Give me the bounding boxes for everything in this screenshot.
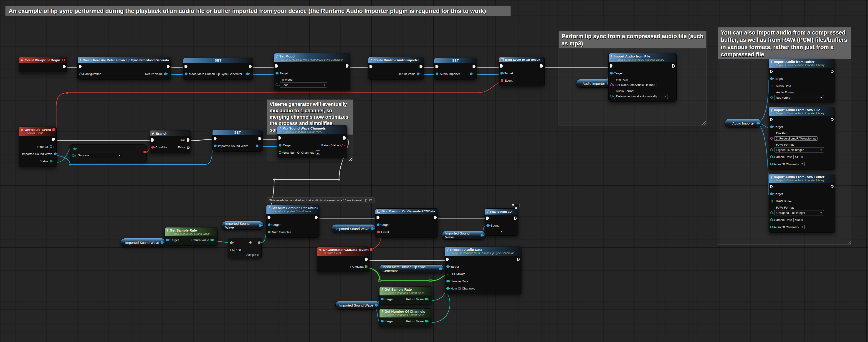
exec-in-pin[interactable] (214, 137, 217, 140)
new-num-channels-pin[interactable] (279, 151, 281, 154)
reroute-delegate[interactable] (66, 92, 68, 94)
node-import-audio-from-raw-file[interactable]: Import Audio From RAW File Target is Run… (769, 107, 835, 170)
expand-advanced-icon[interactable] (501, 229, 502, 233)
sound-pin[interactable] (487, 224, 489, 227)
variable-in-pin[interactable] (436, 72, 438, 75)
configuration-pin[interactable] (79, 72, 82, 75)
num-samples-pin[interactable] (268, 231, 271, 233)
add-pin-icon[interactable] (257, 253, 259, 257)
variable-pill-audio-importer[interactable]: Audio Importer (725, 119, 761, 128)
exec-in-pin[interactable] (610, 64, 613, 68)
delegate-pin[interactable] (52, 128, 55, 131)
num-channels-input[interactable]: 1 (800, 225, 804, 229)
target-pin[interactable] (166, 239, 169, 241)
exec-out-pin[interactable] (514, 216, 517, 220)
variable-pill-imported-sound-wave[interactable]: Imported Sound Wave (335, 301, 380, 309)
exec-out-pin[interactable] (434, 216, 437, 219)
node-mix-sound-wave-channels[interactable]: Mix Sound Wave Channels Target is Import… (277, 125, 347, 158)
node-create-realistic-lipsync[interactable]: Create Realistic Meta Human Lip Sync wit… (78, 57, 171, 79)
importer-pin[interactable] (50, 145, 52, 148)
target-pin[interactable] (770, 193, 773, 195)
condition-pin[interactable] (151, 146, 154, 149)
num-of-channels-pin[interactable] (446, 287, 449, 290)
exec-out-pin[interactable] (540, 64, 543, 68)
node-event-begin-play[interactable]: Event Blueprint Begin Play (19, 57, 67, 72)
sample-rate-input[interactable]: 44100 (794, 155, 804, 159)
target-pin[interactable] (268, 224, 271, 226)
target-pin[interactable] (377, 224, 379, 226)
dividend-pin[interactable] (230, 241, 233, 244)
variable-pill-mood-generator[interactable]: Mood Meta Human Lip Sync Generator (379, 265, 444, 273)
exec-in-pin[interactable] (446, 258, 449, 261)
node-set-mood-generator-variable[interactable]: SET Mood Meta Human Lip Sync Generator (183, 58, 253, 79)
variable-pill-audio-importer[interactable]: Audio Importer (576, 79, 612, 88)
node-ongenerate-pcmdata-event[interactable]: OnGeneratePCMData_Event Custom Event PCM… (317, 246, 370, 272)
exec-in-pin[interactable] (377, 216, 379, 219)
audio-format-dropdown[interactable]: Determine format automatically (614, 94, 668, 99)
exec-in-pin[interactable] (435, 65, 438, 68)
in-mood-pin[interactable] (276, 83, 278, 86)
enum-input-pin[interactable] (73, 147, 76, 150)
enum-compare-pin[interactable] (72, 154, 74, 157)
node-process-audio-data[interactable]: Process Audio Data Target is Realistic M… (445, 246, 522, 294)
new-num-channels-input[interactable]: 1 (316, 150, 320, 155)
return-value-pin[interactable] (425, 298, 428, 300)
exec-out-pin[interactable] (517, 258, 520, 261)
variable-out-pin[interactable] (371, 227, 374, 230)
target-pin[interactable] (381, 298, 383, 300)
exec-out-pin[interactable] (472, 65, 475, 68)
num-of-channels-pin[interactable] (770, 226, 773, 228)
delegate-pin[interactable] (62, 59, 65, 61)
reroute-exec[interactable] (338, 179, 340, 181)
exec-in-pin[interactable] (268, 216, 271, 219)
num-channels-input[interactable]: 2 (800, 162, 804, 166)
node-set-num-samples-per-chunk[interactable]: Set Num Samples Per Chunk Target is Impo… (266, 205, 319, 238)
exec-out-pin[interactable] (831, 185, 834, 189)
variable-pill-imported-sound-wave[interactable]: Imported Sound Wave (442, 231, 485, 240)
target-pin[interactable] (381, 320, 383, 322)
reroute-exec[interactable] (273, 179, 275, 181)
sample-rate-pin[interactable] (770, 156, 773, 158)
pcmdata-array-pin[interactable] (365, 265, 367, 268)
exec-out-pin[interactable] (258, 137, 261, 140)
target-pin[interactable] (770, 126, 773, 128)
enum-value-dropdown[interactable]: Success (76, 153, 122, 158)
delegate-pin[interactable] (370, 248, 372, 251)
raw-format-dropdown[interactable]: Unsigned 8-bit integer (774, 210, 824, 215)
raw-format-pin[interactable] (770, 148, 773, 151)
imported-sound-wave-pin[interactable] (54, 152, 57, 155)
exec-out-pin[interactable] (52, 138, 55, 141)
variable-pill-imported-sound-wave[interactable]: Imported Sound Wave (332, 224, 376, 233)
audio-data-array-pin[interactable] (771, 85, 773, 87)
target-pin[interactable] (446, 265, 449, 268)
pushpin-icon[interactable] (364, 199, 367, 202)
node-set-audio-importer-variable[interactable]: SET Audio Importer (434, 58, 477, 79)
exec-in-pin[interactable] (486, 216, 489, 220)
exec-out-pin[interactable] (365, 258, 368, 261)
node-equal-enum[interactable]: == Success (70, 144, 147, 162)
sample-rate-pin[interactable] (446, 280, 449, 282)
true-exec-pin[interactable] (187, 138, 190, 142)
node-get-number-of-channels[interactable]: Get Number Of Channels Target is Importe… (379, 308, 432, 327)
divisor-pin[interactable] (230, 249, 233, 251)
audio-format-pin[interactable] (770, 96, 773, 99)
target-pin[interactable] (770, 77, 773, 80)
num-of-channels-pin[interactable] (770, 163, 773, 165)
exec-out-pin[interactable] (672, 64, 675, 68)
exec-out-pin[interactable] (63, 65, 66, 68)
exec-in-pin[interactable] (151, 138, 154, 142)
variable-out-pin[interactable] (246, 72, 249, 75)
file-path-input[interactable]: C:\Folder\SomeAudioFile.mp3 (614, 83, 656, 87)
event-delegate-pin[interactable] (377, 231, 380, 233)
return-value-pin[interactable] (211, 239, 213, 241)
exec-out-pin[interactable] (831, 70, 834, 73)
node-import-audio-from-file[interactable]: Import Audio from File Target is Runtime… (609, 53, 677, 102)
node-bind-event-on-result[interactable]: Bind Event to On Result Target Event (499, 57, 545, 86)
sample-rate-input[interactable]: 48000 (794, 218, 804, 222)
exec-in-pin[interactable] (770, 118, 773, 121)
exec-out-pin[interactable] (315, 216, 318, 219)
file-path-pin[interactable] (610, 83, 613, 86)
node-divide[interactable]: 100 ÷ Add pin (228, 238, 262, 259)
node-import-audio-from-raw-buffer[interactable]: Import Audio From RAW Buffer Target is R… (769, 174, 835, 233)
exec-in-pin[interactable] (275, 64, 278, 68)
